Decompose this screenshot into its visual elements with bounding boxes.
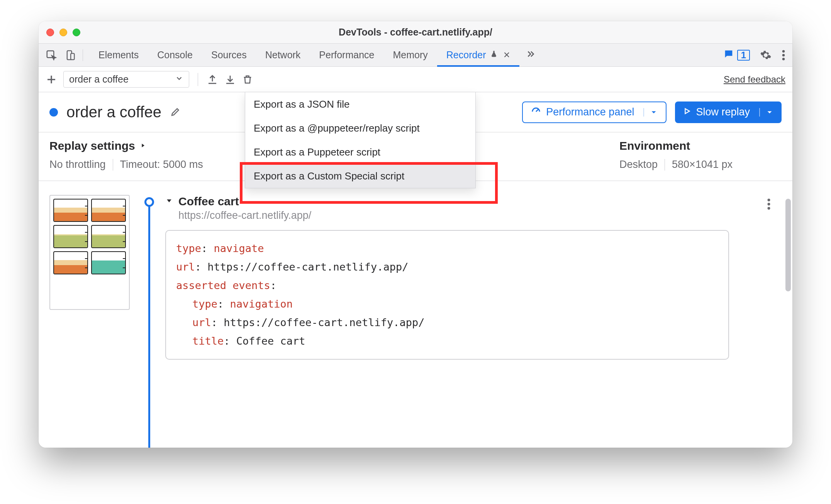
code-value: navigation <box>230 298 293 310</box>
timeline: Coffee cart https://coffee-cart.netlify.… <box>141 195 782 448</box>
tab-label: Sources <box>211 49 247 61</box>
tab-performance[interactable]: Performance <box>310 44 383 66</box>
step-code: type: navigate url: https://coffee-cart.… <box>165 230 729 360</box>
step-card: Coffee cart https://coffee-cart.netlify.… <box>165 195 782 360</box>
separator <box>665 159 665 171</box>
recording-status-dot-icon <box>49 108 58 117</box>
menu-item-label: Export as a Custom Special script <box>254 170 404 182</box>
code-key: type <box>176 242 201 254</box>
tab-recorder[interactable]: Recorder ✕ <box>437 44 519 66</box>
environment-heading: Environment <box>619 139 782 152</box>
export-icon[interactable] <box>224 74 236 85</box>
collapse-caret-icon <box>165 197 173 206</box>
steps-area: Coffee cart https://coffee-cart.netlify.… <box>39 181 792 448</box>
titlebar: DevTools - coffee-cart.netlify.app/ <box>39 21 792 44</box>
play-icon <box>683 106 691 118</box>
new-recording-icon[interactable] <box>46 74 57 85</box>
window-title: DevTools - coffee-cart.netlify.app/ <box>39 27 792 38</box>
svg-rect-2 <box>71 53 74 59</box>
tab-label: Performance <box>319 49 374 61</box>
import-icon[interactable] <box>207 74 218 85</box>
issues-button[interactable]: 1 <box>723 49 750 62</box>
step-title: Coffee cart <box>178 195 239 208</box>
tab-label: Elements <box>98 49 139 61</box>
export-puppeteer-item[interactable]: Export as a Puppeteer script <box>245 140 475 164</box>
panel-tabs: Elements Console Sources Network Perform… <box>39 44 792 67</box>
code-value: Coffee cart <box>236 335 305 347</box>
tab-label: Memory <box>393 49 427 61</box>
export-puppeteer-replay-item[interactable]: Export as a @puppeteer/replay script <box>245 116 475 140</box>
menu-item-label: Export as a @puppeteer/replay script <box>254 122 420 134</box>
tabs-overflow[interactable] <box>519 44 542 66</box>
issues-count: 1 <box>737 50 750 61</box>
recording-select[interactable]: order a coffee <box>63 71 189 88</box>
code-key: asserted events <box>176 279 270 291</box>
inspect-element-icon[interactable] <box>46 49 57 61</box>
timeline-line <box>148 201 150 448</box>
code-key: url <box>192 316 211 328</box>
caret-right-icon <box>140 139 146 152</box>
tab-label: Network <box>265 49 301 61</box>
send-feedback-link[interactable]: Send feedback <box>724 74 785 85</box>
code-key: url <box>176 261 195 273</box>
svg-point-5 <box>782 58 785 60</box>
tab-elements[interactable]: Elements <box>89 44 148 66</box>
svg-point-8 <box>768 207 770 210</box>
code-value: https://coffee-cart.netlify.app/ <box>207 261 408 273</box>
edit-name-icon[interactable] <box>170 106 181 119</box>
settings-gear-icon[interactable] <box>760 49 772 61</box>
export-custom-special-item[interactable]: Export as a Custom Special script <box>245 164 475 188</box>
export-json-item[interactable]: Export as a JSON file <box>245 92 475 116</box>
chevron-down-icon <box>175 74 183 85</box>
close-icon[interactable]: ✕ <box>503 50 510 60</box>
tab-console[interactable]: Console <box>148 44 202 66</box>
svg-point-4 <box>782 54 785 56</box>
timeline-dot-icon <box>144 197 154 207</box>
svg-point-7 <box>768 203 770 206</box>
code-value: navigate <box>214 242 264 254</box>
replay-settings-label: Replay settings <box>49 139 135 152</box>
step-header[interactable]: Coffee cart <box>165 195 782 208</box>
throttling-value: No throttling <box>49 159 106 171</box>
tab-memory[interactable]: Memory <box>383 44 437 66</box>
env-viewport: 580×1041 px <box>672 159 733 171</box>
step-url: https://coffee-cart.netlify.app/ <box>178 210 782 222</box>
slow-replay-label: Slow replay <box>696 106 750 118</box>
menu-item-label: Export as a Puppeteer script <box>254 146 380 158</box>
performance-panel-caret[interactable] <box>643 108 658 117</box>
tab-network[interactable]: Network <box>256 44 310 66</box>
gauge-icon <box>531 105 541 119</box>
flask-icon <box>490 49 498 61</box>
performance-panel-button[interactable]: Performance panel <box>522 101 666 123</box>
tab-sources[interactable]: Sources <box>202 44 256 66</box>
separator <box>113 159 113 171</box>
separator <box>198 73 198 86</box>
performance-panel-label: Performance panel <box>546 106 634 118</box>
chevron-double-right-icon <box>526 49 536 61</box>
svg-point-3 <box>782 50 785 52</box>
step-screenshot-thumbnail <box>49 195 130 310</box>
menu-item-label: Export as a JSON file <box>254 98 350 110</box>
timeout-value: Timeout: 5000 ms <box>120 159 203 171</box>
delete-icon[interactable] <box>242 74 253 85</box>
slow-replay-button[interactable]: Slow replay <box>675 101 782 123</box>
tab-label: Recorder <box>446 49 486 61</box>
device-toolbar-icon[interactable] <box>65 49 76 61</box>
recording-select-value: order a coffee <box>69 74 129 85</box>
chat-icon <box>723 49 734 62</box>
recording-name: order a coffee <box>66 103 161 121</box>
export-menu: Export as a JSON file Export as a @puppe… <box>245 92 476 188</box>
code-key: type <box>192 298 217 310</box>
step-kebab-menu-icon[interactable] <box>767 198 771 212</box>
code-key: title <box>192 335 224 347</box>
recorder-toolbar: order a coffee Send feedback <box>39 67 792 92</box>
recording-header: order a coffee Performance panel <box>39 92 792 132</box>
code-value: https://coffee-cart.netlify.app/ <box>224 316 424 328</box>
slow-replay-caret[interactable] <box>759 108 774 117</box>
env-device: Desktop <box>619 159 658 171</box>
tab-label: Console <box>157 49 193 61</box>
scrollbar-thumb[interactable] <box>785 199 791 291</box>
kebab-menu-icon[interactable] <box>782 49 785 61</box>
svg-point-6 <box>768 199 770 201</box>
devtools-window: DevTools - coffee-cart.netlify.app/ Elem… <box>39 21 792 448</box>
